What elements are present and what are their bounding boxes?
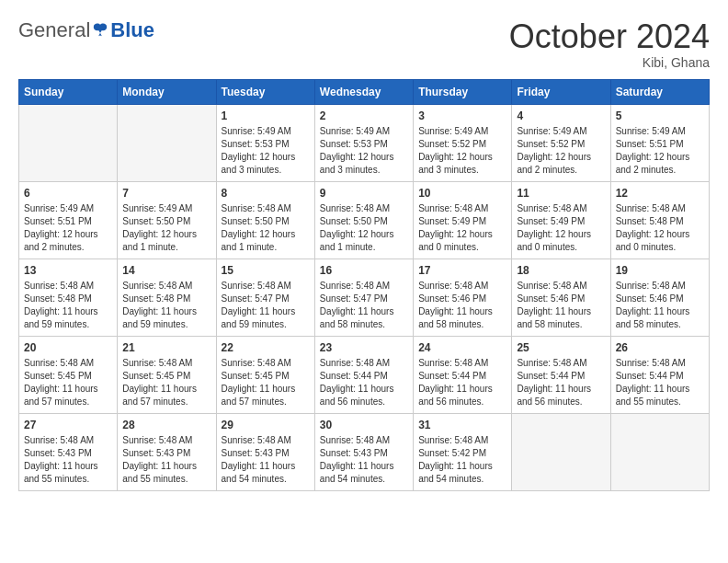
day-number: 20: [24, 341, 112, 354]
cell-info: Sunrise: 5:48 AM Sunset: 5:43 PM Dayligh…: [24, 434, 112, 486]
day-number: 1: [222, 109, 310, 122]
cell-info: Sunrise: 5:48 AM Sunset: 5:43 PM Dayligh…: [122, 434, 210, 486]
calendar-cell: 31Sunrise: 5:48 AM Sunset: 5:42 PM Dayli…: [414, 413, 512, 490]
calendar-cell: 29Sunrise: 5:48 AM Sunset: 5:43 PM Dayli…: [216, 413, 314, 490]
calendar-cell: 3Sunrise: 5:49 AM Sunset: 5:52 PM Daylig…: [414, 104, 512, 181]
day-number: 21: [122, 341, 210, 354]
day-number: 12: [616, 187, 704, 200]
week-row-4: 20Sunrise: 5:48 AM Sunset: 5:45 PM Dayli…: [19, 336, 710, 413]
cell-info: Sunrise: 5:48 AM Sunset: 5:48 PM Dayligh…: [122, 280, 210, 331]
day-number: 14: [122, 264, 210, 277]
cell-info: Sunrise: 5:48 AM Sunset: 5:43 PM Dayligh…: [222, 434, 310, 486]
calendar-cell: 20Sunrise: 5:48 AM Sunset: 5:45 PM Dayli…: [19, 336, 118, 413]
day-number: 28: [122, 419, 210, 431]
calendar-cell: 13Sunrise: 5:48 AM Sunset: 5:48 PM Dayli…: [19, 259, 118, 336]
calendar-cell: 26Sunrise: 5:48 AM Sunset: 5:44 PM Dayli…: [610, 336, 709, 413]
day-number: 3: [418, 109, 506, 122]
cell-info: Sunrise: 5:48 AM Sunset: 5:48 PM Dayligh…: [24, 280, 112, 331]
week-row-2: 6Sunrise: 5:49 AM Sunset: 5:51 PM Daylig…: [19, 181, 710, 259]
calendar-cell: 18Sunrise: 5:48 AM Sunset: 5:46 PM Dayli…: [512, 259, 610, 336]
cell-info: Sunrise: 5:48 AM Sunset: 5:45 PM Dayligh…: [222, 357, 310, 408]
day-number: 27: [24, 419, 112, 431]
day-number: 24: [418, 341, 506, 354]
day-number: 15: [222, 264, 310, 277]
calendar-cell: 1Sunrise: 5:49 AM Sunset: 5:53 PM Daylig…: [216, 104, 314, 181]
header-monday: Monday: [118, 79, 216, 104]
header-wednesday: Wednesday: [314, 79, 413, 104]
logo-bird-icon: [92, 22, 108, 39]
cell-info: Sunrise: 5:49 AM Sunset: 5:51 PM Dayligh…: [616, 125, 704, 177]
cell-info: Sunrise: 5:48 AM Sunset: 5:43 PM Dayligh…: [320, 434, 408, 486]
day-number: 18: [517, 264, 605, 277]
cell-info: Sunrise: 5:48 AM Sunset: 5:50 PM Dayligh…: [222, 202, 310, 254]
cell-info: Sunrise: 5:48 AM Sunset: 5:49 PM Dayligh…: [517, 202, 605, 254]
cell-info: Sunrise: 5:48 AM Sunset: 5:47 PM Dayligh…: [222, 280, 310, 331]
day-number: 26: [616, 341, 704, 354]
day-number: 6: [24, 187, 112, 200]
cell-info: Sunrise: 5:49 AM Sunset: 5:52 PM Dayligh…: [517, 125, 605, 177]
calendar-cell: 9Sunrise: 5:48 AM Sunset: 5:50 PM Daylig…: [314, 181, 413, 259]
cell-info: Sunrise: 5:48 AM Sunset: 5:47 PM Dayligh…: [320, 280, 408, 331]
weekday-header-row: Sunday Monday Tuesday Wednesday Thursday…: [19, 79, 710, 104]
calendar-cell: 10Sunrise: 5:48 AM Sunset: 5:49 PM Dayli…: [414, 181, 512, 259]
cell-info: Sunrise: 5:48 AM Sunset: 5:42 PM Dayligh…: [418, 434, 506, 486]
logo-text: General Blue: [18, 18, 154, 42]
calendar-cell: 6Sunrise: 5:49 AM Sunset: 5:51 PM Daylig…: [19, 181, 118, 259]
calendar-cell: 17Sunrise: 5:48 AM Sunset: 5:46 PM Dayli…: [414, 259, 512, 336]
header-tuesday: Tuesday: [216, 79, 314, 104]
day-number: 9: [320, 187, 408, 200]
day-number: 16: [320, 264, 408, 277]
calendar-table: Sunday Monday Tuesday Wednesday Thursday…: [18, 79, 710, 491]
calendar-cell: 12Sunrise: 5:48 AM Sunset: 5:48 PM Dayli…: [610, 181, 709, 259]
day-number: 17: [418, 264, 506, 277]
cell-info: Sunrise: 5:48 AM Sunset: 5:46 PM Dayligh…: [517, 280, 605, 331]
calendar-cell: [512, 413, 610, 490]
cell-info: Sunrise: 5:48 AM Sunset: 5:44 PM Dayligh…: [517, 357, 605, 408]
calendar-cell: 16Sunrise: 5:48 AM Sunset: 5:47 PM Dayli…: [314, 259, 413, 336]
day-number: 4: [517, 109, 605, 122]
day-number: 23: [320, 341, 408, 354]
cell-info: Sunrise: 5:48 AM Sunset: 5:44 PM Dayligh…: [418, 357, 506, 408]
day-number: 22: [222, 341, 310, 354]
calendar-cell: 25Sunrise: 5:48 AM Sunset: 5:44 PM Dayli…: [512, 336, 610, 413]
location: Kibi, Ghana: [509, 55, 710, 70]
month-title: October 2024: [509, 18, 710, 55]
calendar-cell: 5Sunrise: 5:49 AM Sunset: 5:51 PM Daylig…: [610, 104, 709, 181]
cell-info: Sunrise: 5:49 AM Sunset: 5:50 PM Dayligh…: [122, 202, 210, 254]
cell-info: Sunrise: 5:48 AM Sunset: 5:49 PM Dayligh…: [418, 202, 506, 254]
day-number: 8: [222, 187, 310, 200]
week-row-5: 27Sunrise: 5:48 AM Sunset: 5:43 PM Dayli…: [19, 413, 710, 490]
cell-info: Sunrise: 5:48 AM Sunset: 5:45 PM Dayligh…: [24, 357, 112, 408]
calendar-cell: 11Sunrise: 5:48 AM Sunset: 5:49 PM Dayli…: [512, 181, 610, 259]
cell-info: Sunrise: 5:49 AM Sunset: 5:53 PM Dayligh…: [222, 125, 310, 177]
calendar-cell: 28Sunrise: 5:48 AM Sunset: 5:43 PM Dayli…: [118, 413, 216, 490]
cell-info: Sunrise: 5:48 AM Sunset: 5:50 PM Dayligh…: [320, 202, 408, 254]
cell-info: Sunrise: 5:49 AM Sunset: 5:51 PM Dayligh…: [24, 202, 112, 254]
cell-info: Sunrise: 5:48 AM Sunset: 5:44 PM Dayligh…: [616, 357, 704, 408]
calendar-cell: 19Sunrise: 5:48 AM Sunset: 5:46 PM Dayli…: [610, 259, 709, 336]
cell-info: Sunrise: 5:49 AM Sunset: 5:52 PM Dayligh…: [418, 125, 506, 177]
cell-info: Sunrise: 5:49 AM Sunset: 5:53 PM Dayligh…: [320, 125, 408, 177]
cell-info: Sunrise: 5:48 AM Sunset: 5:48 PM Dayligh…: [616, 202, 704, 254]
calendar-cell: [19, 104, 118, 181]
header-friday: Friday: [512, 79, 610, 104]
calendar-cell: 21Sunrise: 5:48 AM Sunset: 5:45 PM Dayli…: [118, 336, 216, 413]
logo-general: General: [18, 18, 90, 42]
day-number: 10: [418, 187, 506, 200]
calendar-cell: 7Sunrise: 5:49 AM Sunset: 5:50 PM Daylig…: [118, 181, 216, 259]
logo-blue: Blue: [110, 18, 154, 42]
cell-info: Sunrise: 5:48 AM Sunset: 5:44 PM Dayligh…: [320, 357, 408, 408]
header-sunday: Sunday: [19, 79, 118, 104]
day-number: 11: [517, 187, 605, 200]
title-block: October 2024 Kibi, Ghana: [509, 18, 710, 70]
calendar-cell: 23Sunrise: 5:48 AM Sunset: 5:44 PM Dayli…: [314, 336, 413, 413]
calendar-cell: 14Sunrise: 5:48 AM Sunset: 5:48 PM Dayli…: [118, 259, 216, 336]
calendar-cell: 22Sunrise: 5:48 AM Sunset: 5:45 PM Dayli…: [216, 336, 314, 413]
calendar-cell: [118, 104, 216, 181]
day-number: 19: [616, 264, 704, 277]
day-number: 5: [616, 109, 704, 122]
week-row-1: 1Sunrise: 5:49 AM Sunset: 5:53 PM Daylig…: [19, 104, 710, 181]
calendar-cell: 24Sunrise: 5:48 AM Sunset: 5:44 PM Dayli…: [414, 336, 512, 413]
cell-info: Sunrise: 5:48 AM Sunset: 5:46 PM Dayligh…: [616, 280, 704, 331]
cell-info: Sunrise: 5:48 AM Sunset: 5:45 PM Dayligh…: [122, 357, 210, 408]
